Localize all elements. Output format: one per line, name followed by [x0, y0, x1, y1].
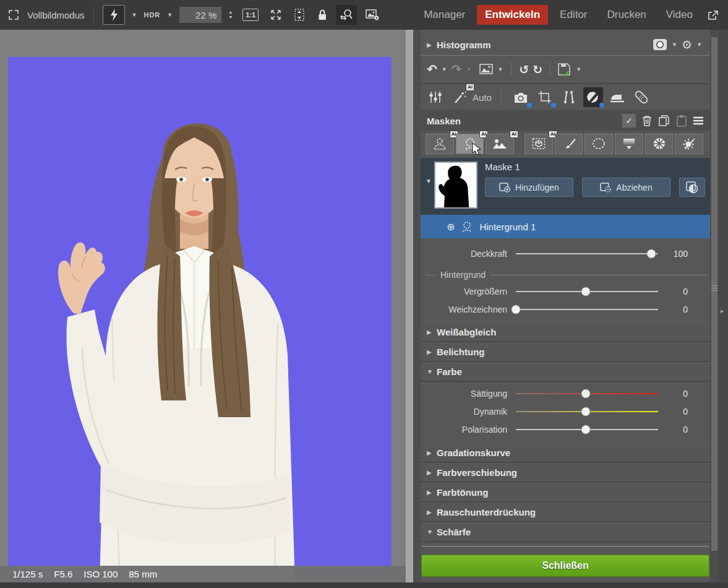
- healing-tool[interactable]: [632, 87, 651, 107]
- source-image-dropdown[interactable]: ▼: [495, 66, 505, 72]
- vibrance-slider-handle[interactable]: [581, 407, 590, 416]
- straighten-tool[interactable]: [559, 87, 579, 107]
- gradient-filter-tool[interactable]: [607, 87, 627, 107]
- section-schaerfe[interactable]: ▼ Schärfe: [421, 522, 710, 542]
- expand-icon[interactable]: ▼: [427, 368, 437, 375]
- delete-mask-icon[interactable]: [641, 115, 653, 127]
- expand-icon[interactable]: ▼: [427, 529, 437, 535]
- fullscreen-label[interactable]: Vollbildmodus: [27, 10, 85, 20]
- opacity-slider[interactable]: [516, 253, 658, 254]
- layer-row-hintergrund-1[interactable]: ⊕ Hintergrund 1: [421, 215, 710, 238]
- mask-ellipse-button[interactable]: [585, 134, 613, 154]
- scrollbar-thumb[interactable]: [711, 37, 717, 551]
- open-new-window-button[interactable]: [704, 6, 722, 24]
- histogram-collapse-icon[interactable]: ▶: [427, 41, 437, 48]
- mask-gradient-button[interactable]: [615, 134, 643, 154]
- section-weissabgleich[interactable]: ▶ Weißabgleich: [421, 322, 710, 342]
- fit-width-button[interactable]: [290, 5, 309, 25]
- mask-add-button[interactable]: Hinzufügen: [485, 178, 573, 197]
- collapse-icon[interactable]: ▶: [427, 469, 437, 476]
- tab-drucken[interactable]: Drucken: [599, 5, 654, 25]
- vibrance-slider[interactable]: [516, 411, 658, 412]
- copy-icon[interactable]: [658, 115, 670, 127]
- mask-invert-button[interactable]: [679, 178, 705, 197]
- section-rauschunterdrueckung[interactable]: ▶ Rauschunterdrückung: [421, 503, 710, 522]
- redo-button[interactable]: ↷: [450, 62, 463, 77]
- mask-tool-selected[interactable]: [583, 87, 603, 107]
- rotate-right-button[interactable]: ↻: [531, 63, 544, 77]
- section-farbtoenung[interactable]: ▶ Farbtönung: [421, 483, 710, 503]
- preview-display-icon[interactable]: [653, 38, 667, 51]
- mask-thumbnail[interactable]: [434, 162, 477, 209]
- mask-name[interactable]: Maske 1: [485, 162, 705, 178]
- tab-editor[interactable]: Editor: [552, 5, 595, 25]
- feather-slider-handle[interactable]: [512, 305, 521, 314]
- mask-expander[interactable]: ▼: [423, 162, 434, 209]
- mask-subtract-button[interactable]: Abziehen: [582, 178, 670, 197]
- auto-label[interactable]: Auto: [473, 92, 492, 103]
- close-button[interactable]: Schließen: [421, 555, 709, 577]
- mask-brush-button[interactable]: [555, 134, 583, 154]
- tab-video[interactable]: Video: [658, 5, 701, 25]
- photo-preview[interactable]: [8, 57, 392, 582]
- preview-settings-button[interactable]: [362, 5, 383, 25]
- fullscreen-button[interactable]: [5, 5, 22, 25]
- saturation-slider[interactable]: [516, 393, 658, 394]
- collapse-icon[interactable]: ▶: [427, 449, 437, 456]
- flash-button[interactable]: [103, 5, 125, 25]
- panel-collapse-arrow[interactable]: ▸: [721, 307, 724, 315]
- feather-slider[interactable]: [516, 309, 658, 310]
- save-button[interactable]: [557, 63, 573, 76]
- mask-people-ai-button[interactable]: AI: [426, 134, 454, 154]
- mask-enabled-checkbox[interactable]: ✓: [622, 114, 636, 128]
- undo-dropdown[interactable]: ▼: [440, 66, 449, 72]
- preview-display-dropdown[interactable]: ▼: [670, 41, 679, 48]
- opacity-slider-handle[interactable]: [646, 249, 656, 258]
- histogram-section-header[interactable]: ▶ Histogramm ▼ ⚙ ▼: [421, 34, 710, 56]
- grow-slider-handle[interactable]: [581, 287, 590, 296]
- lock-zoom-button[interactable]: [314, 5, 331, 25]
- auto-enhance-button[interactable]: AI: [450, 87, 469, 107]
- gear-icon[interactable]: ⚙: [682, 38, 692, 52]
- undo-button[interactable]: ↶: [426, 62, 439, 77]
- hdr-dropdown-arrow[interactable]: ▼: [165, 12, 174, 18]
- fit-to-screen-button[interactable]: [267, 5, 285, 25]
- zoom-spinner[interactable]: ▲ ▼: [226, 7, 234, 23]
- quick-edits-button[interactable]: [426, 87, 445, 107]
- collapse-icon[interactable]: ▶: [427, 489, 437, 496]
- mask-object-ai-button[interactable]: AI: [525, 134, 553, 154]
- zoom-spinner-down-icon[interactable]: ▼: [226, 15, 234, 20]
- scrollbar-grip[interactable]: [711, 285, 717, 291]
- mask-polarizer-button[interactable]: [645, 134, 674, 154]
- rotate-left-button[interactable]: ↺: [518, 63, 530, 77]
- compare-zoom-button[interactable]: [336, 5, 357, 25]
- saturation-slider-handle[interactable]: [581, 389, 590, 398]
- section-gradationskurve[interactable]: ▶ Gradationskurve: [421, 443, 710, 463]
- gear-dropdown[interactable]: ▼: [695, 41, 704, 48]
- mask-landscape-ai-button[interactable]: AI: [486, 134, 514, 154]
- tab-entwickeln[interactable]: Entwickeln: [477, 5, 548, 25]
- image-canvas[interactable]: 1/125 s F5.6 ISO 100 85 mm: [0, 30, 413, 582]
- section-farbe[interactable]: ▼ Farbe: [421, 362, 710, 382]
- panel-vertical-scrollbar[interactable]: [710, 30, 719, 582]
- camera-settings-tool[interactable]: [511, 87, 531, 107]
- hdr-label[interactable]: HDR: [143, 11, 160, 19]
- tab-manager[interactable]: Manager: [416, 5, 473, 25]
- canvas-vertical-scrollbar[interactable]: [406, 30, 413, 582]
- panel-splitter[interactable]: [413, 30, 421, 582]
- add-adjustment-icon[interactable]: ⊕: [447, 221, 455, 233]
- collapse-icon[interactable]: ▶: [427, 329, 437, 335]
- menu-icon[interactable]: [693, 116, 704, 125]
- save-dropdown[interactable]: ▼: [574, 66, 583, 72]
- crop-tool[interactable]: [535, 87, 555, 107]
- zoom-100-button[interactable]: 1:1: [239, 5, 262, 25]
- zoom-spinner-up-icon[interactable]: ▲: [226, 10, 234, 15]
- polarization-slider[interactable]: [516, 429, 658, 430]
- polarization-slider-handle[interactable]: [581, 425, 590, 434]
- source-image-button[interactable]: [479, 64, 494, 75]
- zoom-level-input[interactable]: 22 %: [179, 7, 221, 23]
- mask-luminance-button[interactable]: [675, 134, 703, 154]
- grow-slider[interactable]: [516, 291, 658, 292]
- flash-dropdown-arrow[interactable]: ▼: [130, 12, 139, 18]
- section-farbverschiebung[interactable]: ▶ Farbverschiebung: [421, 463, 710, 483]
